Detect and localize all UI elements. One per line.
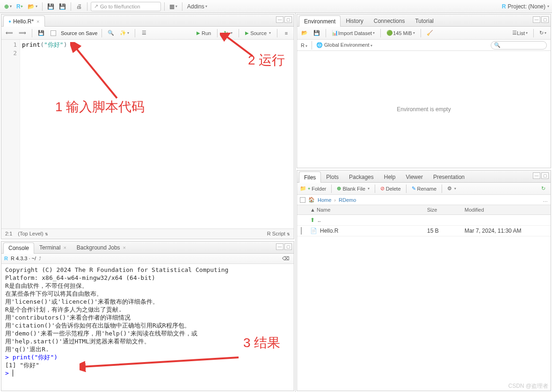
rename-button[interactable]: ✎Rename (412, 185, 437, 192)
print-icon[interactable]: 🖨 (74, 2, 84, 11)
env-search-input[interactable]: 🔍 (491, 41, 547, 50)
save-all-icon[interactable]: 💾 (58, 2, 67, 11)
open-file-icon[interactable]: 📂 (26, 2, 39, 11)
source-on-save-checkbox[interactable] (49, 29, 58, 38)
list-view-button[interactable]: ☰ List (511, 29, 529, 38)
refresh-icon[interactable]: ↻ (538, 29, 548, 38)
tab-files[interactable]: Files (299, 171, 321, 183)
file-row[interactable]: 📄Hello.R 15 B Mar 7, 2024, 11:30 AM (297, 226, 551, 236)
source-on-save-label: Source on Save (61, 30, 97, 36)
outline-icon[interactable]: ☰ (139, 29, 149, 38)
clear-console-icon[interactable]: ⌫ (281, 254, 291, 263)
project-selector[interactable]: R Project: (None) ▾ (502, 3, 549, 10)
file-tab[interactable]: ● Hello.R* × (3, 15, 45, 27)
save-icon[interactable]: 💾 (46, 2, 56, 11)
console-output[interactable]: Copyright (C) 2024 The R Foundation for … (1, 264, 294, 391)
tab-connections[interactable]: Connections (369, 15, 410, 26)
tab-presentation[interactable]: Presentation (428, 171, 470, 182)
save-workspace-icon[interactable]: 💾 (312, 29, 321, 38)
minimize-icon[interactable]: — (276, 243, 283, 250)
grid-icon[interactable]: ▦ (168, 2, 179, 11)
goto-input[interactable]: ↗ Go to file/function (91, 2, 161, 11)
tab-environment[interactable]: Environment (299, 15, 341, 27)
load-workspace-icon[interactable]: 📂 (300, 29, 309, 38)
r-scope-selector[interactable]: R (301, 43, 307, 48)
global-env-selector[interactable]: 🌐 Global Environment (316, 42, 372, 48)
breadcrumb-home[interactable]: Home (318, 197, 331, 203)
tab-tutorial[interactable]: Tutorial (410, 15, 439, 26)
wand-icon[interactable]: ✨ (118, 29, 131, 38)
console-pane: Console Terminal× Background Jobs× — ▢ R… (1, 241, 294, 391)
watermark: CSDN @盗理者 (508, 382, 548, 390)
memory-indicator[interactable]: 🟢 145 MiB (385, 29, 416, 38)
minimize-icon[interactable]: — (276, 16, 283, 23)
breadcrumb-rdemo[interactable]: RDemo (339, 197, 356, 203)
minimize-icon[interactable]: — (533, 16, 540, 23)
breadcrumb: 🏠 Home › RDemo … (297, 195, 551, 205)
file-row-up[interactable]: ⬆.. (297, 215, 551, 226)
console-header: R 4.3.3 · ~/ (11, 256, 36, 261)
back-icon[interactable]: ⟸ (4, 29, 15, 38)
save-icon[interactable]: 💾 (36, 29, 46, 38)
scope-selector[interactable]: (Top Level) ⇅ (18, 231, 48, 236)
source-pane: ● Hello.R* × — ▢ ⟸ ⟹ 💾 Source on Save 🔍 … (1, 14, 294, 239)
addins-menu[interactable]: Addins (186, 2, 209, 11)
run-button[interactable]: ▶Run (195, 29, 213, 37)
tab-console[interactable]: Console (3, 242, 34, 254)
rerun-button[interactable]: ↻ (222, 29, 234, 37)
new-project-icon[interactable]: R+ (15, 2, 24, 11)
tab-terminal[interactable]: Terminal× (34, 242, 72, 253)
cursor-position: 2:1 (5, 231, 12, 236)
outline-toggle-icon[interactable]: ≡ (282, 29, 291, 38)
minimize-icon[interactable]: — (533, 172, 540, 179)
tab-viewer[interactable]: Viewer (400, 171, 428, 182)
import-dataset-button[interactable]: 📊 Import Dataset (330, 29, 376, 38)
more-path-icon[interactable]: … (543, 197, 548, 203)
lang-selector[interactable]: R Script ⇅ (267, 231, 290, 236)
environment-pane: Environment History Connections Tutorial… (297, 14, 551, 168)
refresh-files-icon[interactable]: ↻ (538, 184, 548, 193)
main-toolbar: ⊕ R+ 📂 💾 💾 🖨 ↗ Go to file/function ▦ Add… (0, 0, 552, 13)
clear-env-icon[interactable]: 🧹 (425, 29, 435, 38)
maximize-icon[interactable]: ▢ (541, 172, 549, 179)
tab-plots[interactable]: Plots (321, 171, 344, 182)
gear-icon[interactable]: ⚙ (447, 185, 456, 192)
new-file-icon[interactable]: ⊕ (3, 2, 13, 11)
forward-icon[interactable]: ⟹ (17, 29, 28, 38)
code-editor[interactable]: 12 print("你好") (1, 40, 294, 228)
env-empty-message: Environment is empty (297, 51, 551, 168)
select-all-checkbox[interactable] (300, 197, 305, 203)
file-checkbox[interactable] (301, 227, 302, 235)
find-icon[interactable]: 🔍 (106, 29, 116, 38)
close-icon[interactable]: × (36, 19, 39, 24)
maximize-icon[interactable]: ▢ (284, 16, 292, 23)
tab-packages[interactable]: Packages (344, 171, 379, 182)
tab-help[interactable]: Help (379, 171, 401, 182)
maximize-icon[interactable]: ▢ (541, 16, 549, 23)
delete-button[interactable]: ⊘Delete (380, 185, 401, 192)
blank-file-button[interactable]: ⊕Blank File (337, 185, 369, 192)
new-folder-button[interactable]: 📁+Folder (300, 185, 326, 192)
files-pane: Files Plots Packages Help Viewer Present… (297, 170, 551, 391)
source-button[interactable]: ▶Source (243, 29, 273, 37)
maximize-icon[interactable]: ▢ (284, 243, 292, 250)
tab-background-jobs[interactable]: Background Jobs× (72, 242, 131, 253)
home-icon[interactable]: 🏠 (308, 197, 315, 203)
tab-history[interactable]: History (341, 15, 368, 26)
